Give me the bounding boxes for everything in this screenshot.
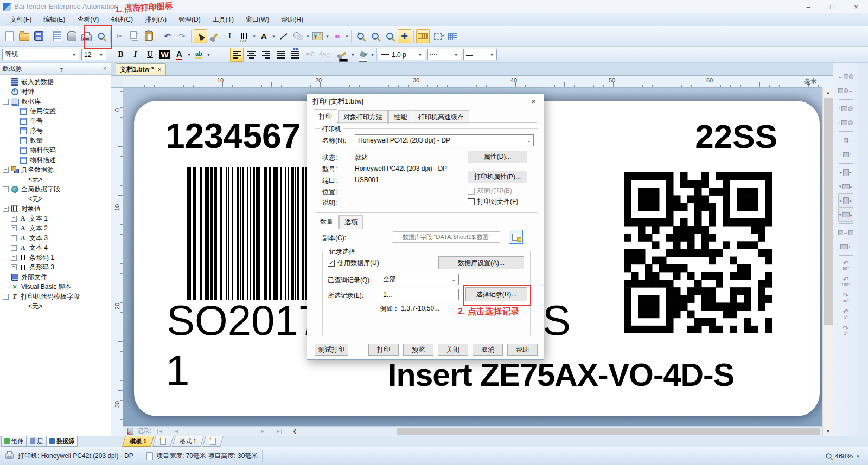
rfid-tool-dropdown[interactable]: [344, 29, 349, 43]
menu-manage[interactable]: 管理(D): [173, 14, 207, 26]
expand-icon[interactable]: [11, 225, 17, 231]
grid-toggle-button[interactable]: [445, 29, 459, 43]
label-qr-code[interactable]: [624, 172, 772, 333]
new-template-tab[interactable]: [152, 436, 173, 447]
copy-button[interactable]: [127, 29, 141, 43]
italic-button[interactable]: I: [129, 48, 142, 62]
tree-item-global-data-fields[interactable]: 全局数据字段: [0, 184, 111, 194]
save-button[interactable]: [32, 29, 46, 43]
text-direction-down-button[interactable]: ABC: [318, 48, 331, 62]
text-edit-tool-button[interactable]: I: [223, 29, 237, 43]
font-family-combo[interactable]: 等线: [2, 49, 79, 60]
document-tab[interactable]: 文档1.btw *×: [116, 63, 166, 75]
strikethrough-button[interactable]: —: [215, 48, 229, 62]
redo-button[interactable]: ↷: [175, 29, 189, 43]
barcode-tool-dropdown[interactable]: [252, 29, 257, 43]
menu-create[interactable]: 创建(C): [105, 14, 139, 26]
tree-item-printer-code-template[interactable]: T打印机代码模板字段: [0, 292, 111, 301]
rotate-180-icon[interactable]: ↶180°: [838, 274, 854, 290]
collapse-icon[interactable]: [3, 206, 9, 212]
highlight-color-dropdown[interactable]: [206, 48, 211, 62]
help-button[interactable]: 帮助: [507, 344, 538, 356]
format-painter-button[interactable]: [208, 29, 222, 43]
queried-records-combo[interactable]: 全部⌄: [380, 274, 459, 285]
scrollbar-thumb[interactable]: [824, 98, 833, 325]
make-same-height-icon[interactable]: ↕: [838, 240, 853, 254]
pan-tool-button[interactable]: ✚: [398, 29, 411, 43]
label-text-quantity[interactable]: 1: [165, 346, 190, 396]
test-print-button[interactable]: 测试打印: [315, 344, 348, 356]
image-tool-dropdown[interactable]: [325, 29, 330, 43]
tree-item-named-data-sources[interactable]: 具名数据源: [0, 165, 111, 175]
align-justify-button[interactable]: [274, 48, 288, 62]
tree-item-field[interactable]: 数量: [0, 135, 111, 145]
cut-button[interactable]: ✂: [113, 29, 126, 43]
scroll-up-icon[interactable]: ▲: [823, 88, 833, 97]
label-text-order[interactable]: SO2017: [167, 296, 322, 345]
font-color-dropdown[interactable]: [187, 48, 192, 62]
align-right-icon[interactable]: →: [838, 83, 853, 98]
printer-properties-button[interactable]: 打印机属性(P)...: [468, 171, 527, 183]
barcode-tool-button[interactable]: 123: [238, 29, 251, 43]
text-direction-up-button[interactable]: ᴬᴮC: [303, 48, 317, 62]
compound-line-combo[interactable]: —: [463, 49, 497, 60]
tree-item-field[interactable]: 物料描述: [0, 155, 111, 165]
menu-edit[interactable]: 编辑(E): [37, 14, 71, 26]
center-in-label-horizontal-icon[interactable]: ▸◂: [838, 165, 853, 179]
expand-icon[interactable]: [11, 264, 17, 270]
tree-item-object-values[interactable]: 对象值: [0, 204, 111, 214]
rotate-right-1-icon[interactable]: ↷1°: [838, 322, 854, 339]
tree-item-field[interactable]: 序号: [0, 126, 111, 135]
collapse-icon[interactable]: [3, 294, 9, 300]
fill-color-dropdown[interactable]: [370, 48, 375, 62]
collapse-icon[interactable]: [3, 167, 9, 173]
scroll-down-icon[interactable]: ▼: [823, 427, 833, 436]
menu-view[interactable]: 查看(V): [71, 14, 105, 26]
page-setup-button[interactable]: [50, 29, 64, 43]
tree-item-clock[interactable]: 时钟: [0, 87, 111, 96]
inverse-button[interactable]: W: [158, 48, 171, 62]
record-collapse-icon[interactable]: ❮: [288, 429, 303, 434]
tab-format-1[interactable]: 格式 1: [172, 436, 204, 447]
font-color-button[interactable]: A: [173, 48, 186, 62]
tree-item-text3[interactable]: A文本 3: [0, 233, 111, 243]
copies-data-source-button[interactable]: [509, 230, 523, 244]
use-database-checkbox[interactable]: 使用数据库(U): [328, 259, 379, 268]
underline-button[interactable]: U: [143, 48, 157, 62]
snap-boundaries-button[interactable]: [431, 29, 444, 43]
menu-window[interactable]: 窗口(W): [240, 14, 275, 26]
align-top-icon[interactable]: ↑: [838, 101, 853, 115]
fit-text-button[interactable]: ◄►: [289, 48, 302, 62]
tree-item-barcode3[interactable]: 条形码 3: [0, 262, 111, 272]
rfid-tool-button[interactable]: ((•)): [330, 29, 344, 43]
make-same-width-icon[interactable]: ↔: [838, 225, 853, 240]
zoom-in-button[interactable]: +: [354, 29, 367, 43]
align-center-horizontal-icon[interactable]: ↓↑: [838, 147, 853, 162]
print-to-file-checkbox[interactable]: 打印到文件(F): [468, 197, 518, 206]
new-document-button[interactable]: [3, 29, 16, 43]
label-text-season[interactable]: 22SS: [676, 117, 777, 156]
dialog-tab-print[interactable]: 打印: [314, 109, 337, 124]
line-color-dropdown[interactable]: [350, 48, 355, 62]
maximize-button[interactable]: □: [820, 0, 844, 13]
dash-style-combo[interactable]: —: [427, 49, 461, 60]
zoom-dropdown-icon[interactable]: [856, 449, 860, 463]
center-horizontally-pressed-icon[interactable]: ▸◂: [838, 193, 853, 208]
document-tab-close-icon[interactable]: ×: [158, 66, 162, 74]
align-right-button[interactable]: [259, 48, 273, 62]
rotate-right-90-icon[interactable]: ↷90°: [838, 290, 854, 306]
label-text-insert[interactable]: Insert ZE75AX-VO-4D-S: [388, 357, 734, 393]
tree-item-field[interactable]: 单号: [0, 116, 111, 126]
printer-name-combo[interactable]: Honeywell PC42t (203 dpi) - DP⌄: [355, 134, 534, 146]
zoom-selection-button[interactable]: ⌐: [383, 29, 397, 43]
shape-tool-dropdown[interactable]: [305, 29, 310, 43]
paste-button[interactable]: [142, 29, 156, 43]
panel-close-icon[interactable]: ×: [101, 66, 108, 72]
close-dialog-button[interactable]: 关闭: [438, 344, 468, 356]
minimize-button[interactable]: –: [796, 0, 820, 13]
undo-button[interactable]: ↶: [161, 29, 174, 43]
tab-components[interactable]: 组件: [1, 436, 27, 447]
line-weight-combo[interactable]: 1.0 p: [379, 49, 425, 60]
dialog-title-bar[interactable]: 打印 [文档1.btw] ×: [307, 94, 544, 108]
database-setup-button[interactable]: [65, 29, 79, 43]
